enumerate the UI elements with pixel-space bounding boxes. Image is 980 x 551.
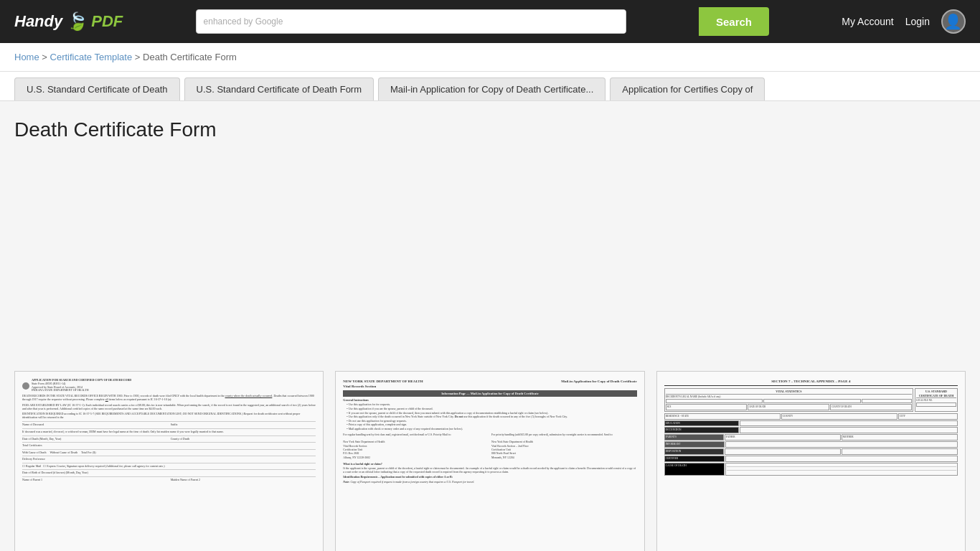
doc-preview-ny[interactable]: NEW YORK STATE DEPARTMENT OF HEALTHVital… [335, 371, 644, 551]
my-account-link[interactable]: My Account [842, 16, 893, 27]
breadcrumb-home[interactable]: Home [14, 52, 39, 62]
header-nav: My Account Login 👤 [842, 9, 966, 34]
logo-pdf-text: PDF [91, 12, 123, 31]
tab-mail-in-app[interactable]: Mail-in Application for Copy of Death Ce… [378, 77, 606, 100]
page-title: Death Certificate Form [14, 118, 966, 141]
tab-app-certified[interactable]: Application for Certifies Copy of [610, 77, 765, 100]
doc-preview-indiana[interactable]: APPLICATION FOR SEARCH AND CERTIFIED COP… [14, 371, 324, 551]
breadcrumb-cert-template[interactable]: Certificate Template [50, 52, 133, 62]
breadcrumb: Home > Certificate Template > Death Cert… [0, 43, 980, 72]
doc-sim-indiana: APPLICATION FOR SEARCH AND CERTIFIED COP… [22, 379, 316, 482]
logo-handy-text: Handy [14, 12, 62, 31]
content-placeholder [14, 156, 966, 357]
tab-us-standard-cert[interactable]: U.S. Standard Certificate of Death [14, 77, 180, 100]
logo-leaf-icon: 🍃 [67, 11, 88, 32]
doc-preview-row: APPLICATION FOR SEARCH AND CERTIFIED COP… [14, 371, 966, 551]
breadcrumb-sep1: > [42, 52, 50, 62]
search-bar: enhanced by Google [196, 9, 626, 34]
breadcrumb-sep2: > [135, 52, 143, 62]
login-link[interactable]: Login [905, 16, 930, 27]
doc-sim-ny: NEW YORK STATE DEPARTMENT OF HEALTHVital… [343, 379, 636, 484]
tabs-bar: U.S. Standard Certificate of Death U.S. … [0, 72, 980, 101]
breadcrumb-current: Death Certificate Form [143, 52, 237, 62]
main-content: Death Certificate Form APPLICATION FOR S… [0, 101, 980, 551]
search-input[interactable] [290, 10, 625, 33]
doc-sim-technical: SECTION 7 – TECHNICAL APPENDIX – PAGE 4 … [664, 379, 958, 476]
search-enhanced-label: enhanced by Google [197, 17, 291, 27]
user-avatar[interactable]: 👤 [941, 9, 966, 34]
site-header: Handy 🍃 PDF enhanced by Google Search My… [0, 0, 980, 43]
site-logo[interactable]: Handy 🍃 PDF [14, 11, 123, 32]
tab-us-standard-form[interactable]: U.S. Standard Certificate of Death Form [184, 77, 374, 100]
search-button[interactable]: Search [699, 7, 769, 36]
doc-preview-technical[interactable]: SECTION 7 – TECHNICAL APPENDIX – PAGE 4 … [656, 371, 966, 551]
